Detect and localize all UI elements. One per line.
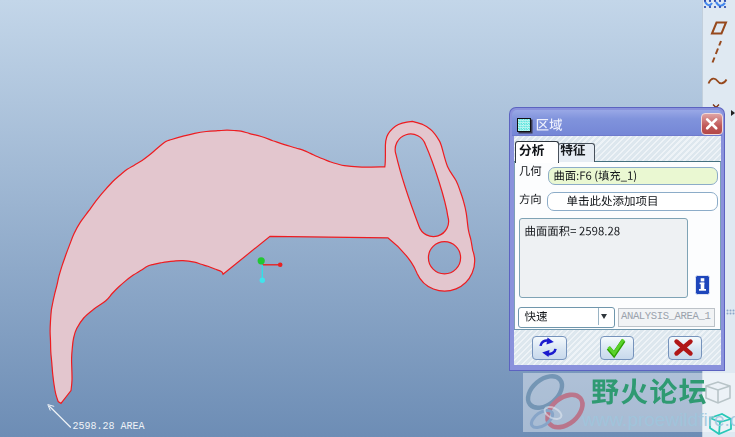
- svg-text:2598.28 AREA: 2598.28 AREA: [73, 421, 145, 432]
